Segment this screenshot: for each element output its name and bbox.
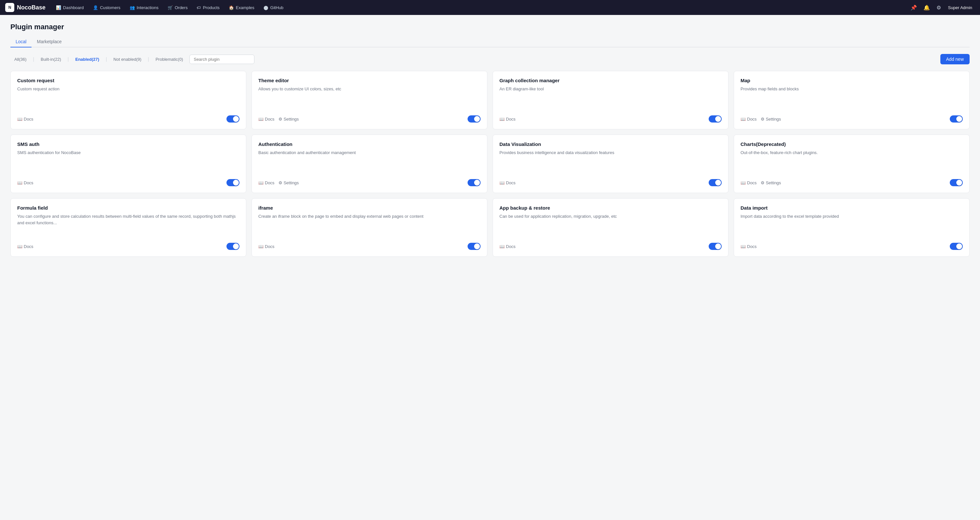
- plugin-desc-theme-editor: Allows you to customize UI colors, sizes…: [258, 86, 480, 110]
- plugin-docs-data-visualization[interactable]: 📖 Docs: [500, 180, 515, 185]
- plugin-footer-data-visualization: 📖 Docs: [500, 179, 722, 186]
- plugin-toggle-map[interactable]: [950, 115, 963, 122]
- nav-label-examples: Examples: [236, 5, 255, 10]
- plugin-toggle-iframe[interactable]: [468, 243, 480, 250]
- plugin-toggle-authentication[interactable]: [468, 179, 480, 186]
- plugin-docs-theme-editor[interactable]: 📖 Docs: [258, 117, 275, 122]
- plugin-name-custom-request: Custom request: [17, 78, 239, 83]
- settings-icon[interactable]: ⚙: [934, 3, 943, 13]
- brand-name: NocoBase: [17, 4, 46, 11]
- plugin-settings-theme-editor[interactable]: ⚙ Settings: [278, 117, 299, 122]
- brand-logo[interactable]: N NocoBase: [5, 3, 46, 12]
- plugin-desc-iframe: Create an iframe block on the page to em…: [258, 213, 480, 238]
- plugin-card-theme-editor: Theme editorAllows you to customize UI c…: [251, 71, 487, 129]
- plugin-settings-authentication[interactable]: ⚙ Settings: [278, 180, 299, 185]
- plugin-toggle-data-import[interactable]: [950, 243, 963, 250]
- user-icon: 👤: [93, 5, 98, 10]
- plugin-toggle-custom-request[interactable]: [226, 115, 239, 122]
- plugin-toggle-sms-auth[interactable]: [226, 179, 239, 186]
- plugin-name-charts-deprecated: Charts(Deprecated): [741, 142, 963, 147]
- plugin-name-sms-auth: SMS auth: [17, 142, 239, 147]
- filter-not-enabled[interactable]: Not enabled(9): [110, 55, 145, 64]
- nav-item-github[interactable]: ⬤ GitHub: [259, 3, 287, 12]
- plugin-desc-charts-deprecated: Out-of-the-box, feature-rich chart plugi…: [741, 149, 963, 174]
- notification-icon[interactable]: 🔔: [921, 3, 932, 13]
- filter-all[interactable]: All(36): [10, 55, 30, 64]
- plugin-name-theme-editor: Theme editor: [258, 78, 480, 83]
- plugin-docs-formula-field[interactable]: 📖 Docs: [17, 244, 33, 249]
- plugin-docs-charts-deprecated[interactable]: 📖 Docs: [741, 180, 757, 185]
- main-content: Plugin manager Local Marketplace All(36)…: [0, 15, 980, 264]
- plugin-desc-custom-request: Custom request action: [17, 86, 239, 110]
- plugin-desc-data-visualization: Provides business intelligence and data …: [500, 149, 722, 174]
- nav-label-customers: Customers: [100, 5, 121, 10]
- plugin-docs-custom-request[interactable]: 📖 Docs: [17, 117, 33, 122]
- tab-local[interactable]: Local: [10, 37, 32, 48]
- plugin-docs-graph-collection-manager[interactable]: 📖 Docs: [500, 117, 515, 122]
- filter-row: All(36) | Built-in(22) | Enabled(27) | N…: [10, 54, 970, 64]
- tab-marketplace[interactable]: Marketplace: [32, 37, 67, 48]
- plugin-settings-charts-deprecated[interactable]: ⚙ Settings: [760, 180, 781, 185]
- plugin-desc-formula-field: You can configure and store calculation …: [17, 213, 239, 238]
- nav-label-products: Products: [203, 5, 220, 10]
- gear-icon: ⚙: [278, 117, 282, 122]
- plugin-card-iframe: iframeCreate an iframe block on the page…: [251, 198, 487, 257]
- plugin-docs-iframe[interactable]: 📖 Docs: [258, 244, 275, 249]
- pin-icon[interactable]: 📌: [908, 3, 919, 13]
- plugin-toggle-app-backup-restore[interactable]: [709, 243, 722, 250]
- plugin-toggle-charts-deprecated[interactable]: [950, 179, 963, 186]
- book-icon: 📖: [258, 117, 264, 122]
- plugin-card-data-import: Data importImport data according to the …: [734, 198, 970, 257]
- book-icon: 📖: [258, 180, 264, 185]
- plugin-toggle-data-visualization[interactable]: [709, 179, 722, 186]
- search-input[interactable]: [189, 55, 255, 64]
- interactions-icon: 👥: [130, 5, 135, 10]
- nav-item-examples[interactable]: 🏠 Examples: [225, 3, 258, 12]
- plugin-name-authentication: Authentication: [258, 142, 480, 147]
- plugin-card-custom-request: Custom requestCustom request action📖 Doc…: [10, 71, 246, 129]
- plugin-footer-iframe: 📖 Docs: [258, 243, 480, 250]
- plugin-name-formula-field: Formula field: [17, 205, 239, 211]
- cart-icon: 🛒: [168, 5, 173, 10]
- nav-item-dashboard[interactable]: 📊 Dashboard: [52, 3, 88, 12]
- filter-builtin[interactable]: Built-in(22): [37, 55, 65, 64]
- nav-item-interactions[interactable]: 👥 Interactions: [126, 3, 162, 12]
- plugin-footer-graph-collection-manager: 📖 Docs: [500, 115, 722, 122]
- home-icon: 🏠: [229, 5, 234, 10]
- plugin-toggle-formula-field[interactable]: [226, 243, 239, 250]
- plugin-desc-map: Provides map fields and blocks: [741, 86, 963, 110]
- book-icon: 📖: [17, 180, 22, 185]
- nav-item-customers[interactable]: 👤 Customers: [89, 3, 124, 12]
- plugin-settings-map[interactable]: ⚙ Settings: [760, 117, 781, 122]
- plugin-docs-sms-auth[interactable]: 📖 Docs: [17, 180, 33, 185]
- plugin-docs-map[interactable]: 📖 Docs: [741, 117, 757, 122]
- plugin-card-sms-auth: SMS authSMS authentication for NocoBase📖…: [10, 135, 246, 193]
- plugin-card-graph-collection-manager: Graph collection managerAn ER diagram-li…: [493, 71, 729, 129]
- plugin-footer-app-backup-restore: 📖 Docs: [500, 243, 722, 250]
- plugin-footer-map: 📖 Docs⚙ Settings: [741, 115, 963, 122]
- plugin-toggle-graph-collection-manager[interactable]: [709, 115, 722, 122]
- navbar: N NocoBase 📊 Dashboard 👤 Customers 👥 Int…: [0, 0, 980, 15]
- add-new-button[interactable]: Add new: [940, 54, 970, 64]
- book-icon: 📖: [500, 117, 504, 122]
- plugin-toggle-theme-editor[interactable]: [468, 115, 480, 122]
- filter-enabled[interactable]: Enabled(27): [72, 55, 103, 64]
- gear-icon: ⚙: [760, 117, 765, 122]
- plugin-docs-app-backup-restore[interactable]: 📖 Docs: [500, 244, 515, 249]
- plugin-docs-authentication[interactable]: 📖 Docs: [258, 180, 275, 185]
- filter-problematic[interactable]: Problematic(0): [152, 55, 187, 64]
- plugin-desc-sms-auth: SMS authentication for NocoBase: [17, 149, 239, 174]
- book-icon: 📖: [500, 244, 504, 249]
- plugin-footer-sms-auth: 📖 Docs: [17, 179, 239, 186]
- gear-icon: ⚙: [278, 180, 282, 185]
- nav-label-github: GitHub: [270, 5, 283, 10]
- github-icon: ⬤: [264, 5, 268, 10]
- plugin-desc-app-backup-restore: Can be used for application replication,…: [500, 213, 722, 238]
- nav-item-products[interactable]: 🏷 Products: [192, 3, 223, 12]
- plugin-name-app-backup-restore: App backup & restore: [500, 205, 722, 211]
- page-title: Plugin manager: [10, 23, 970, 31]
- plugin-card-app-backup-restore: App backup & restoreCan be used for appl…: [493, 198, 729, 257]
- user-name[interactable]: Super Admin: [945, 3, 975, 12]
- nav-item-orders[interactable]: 🛒 Orders: [164, 3, 192, 12]
- plugin-docs-data-import[interactable]: 📖 Docs: [741, 244, 757, 249]
